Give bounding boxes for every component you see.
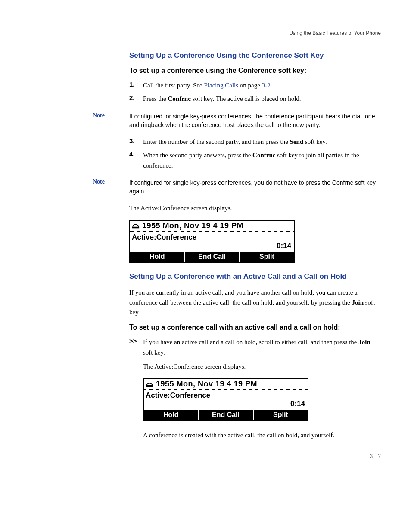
header-rule <box>30 39 381 39</box>
section-heading: Setting Up a Conference Using the Confer… <box>129 51 381 60</box>
page: Using the Basic Features of Your Phone S… <box>0 0 411 477</box>
phone-datetime: 1955 Mon, Nov 19 4 19 PM <box>142 221 243 230</box>
softkey-name: Confrnc <box>168 95 191 102</box>
step-text: Press the Confrnc soft key. The active c… <box>143 94 381 104</box>
step-arrow-icon: >> <box>129 337 143 358</box>
step-item: 4. When the second party answers, press … <box>129 150 381 171</box>
phone-status-line: Active:Conference <box>130 232 294 242</box>
closing-text: A conference is created with the active … <box>143 430 381 440</box>
softkey-name: Join <box>358 339 371 345</box>
running-title: Using the Basic Features of Your Phone <box>289 30 381 36</box>
step-text: Call the first party. See Placing Calls … <box>143 81 381 90</box>
text-fragment: Enter the number of the second party, an… <box>143 138 290 145</box>
note-block: Note If configured for single key-press … <box>93 178 381 196</box>
note-text: If configured for single key-press confe… <box>129 178 381 196</box>
softkey-hold: Hold <box>130 252 185 262</box>
note-block: Note If configured for single key-press … <box>93 112 381 130</box>
step-text: When the second party answers, press the… <box>143 150 381 171</box>
softkey-name: Confrnc <box>252 152 275 159</box>
text-fragment: soft key. <box>143 349 165 356</box>
procedure-list: 3. Enter the number of the second party,… <box>129 137 381 171</box>
result-text: The Active:Conference screen displays. <box>129 203 381 213</box>
softkey-name: Join <box>352 299 364 306</box>
text-fragment: When the second party answers, press the <box>143 152 252 159</box>
step-item: 3. Enter the number of the second party,… <box>129 137 381 147</box>
phone-softkey-bar: Hold End Call Split <box>130 252 294 262</box>
step-text: If you have an active call and a call on… <box>143 337 381 358</box>
softkey-split: Split <box>240 252 294 262</box>
phone-datetime: 1955 Mon, Nov 19 4 19 PM <box>156 380 257 389</box>
softkey-endcall: End Call <box>185 252 240 262</box>
svg-rect-0 <box>132 227 139 229</box>
step-text: Enter the number of the second party, an… <box>143 137 381 147</box>
step-number: 2. <box>129 94 143 104</box>
cross-reference-link[interactable]: Placing Calls <box>204 82 239 89</box>
running-header: Using the Basic Features of Your Phone <box>30 30 381 36</box>
softkey-hold: Hold <box>144 410 199 420</box>
body-paragraph: If you are currently in an active call, … <box>129 288 381 318</box>
text-fragment: . <box>271 82 272 89</box>
phone-handset-icon <box>132 222 140 229</box>
softkey-name: Send <box>290 138 304 145</box>
phone-screen: 1955 Mon, Nov 19 4 19 PM Active:Conferen… <box>129 220 295 263</box>
text-fragment: Press the <box>143 95 168 102</box>
step-number: 1. <box>129 81 143 90</box>
text-fragment: If you are currently in an active call, … <box>129 289 358 306</box>
phone-status-line: Active:Conference <box>144 390 308 400</box>
softkey-endcall: End Call <box>199 410 253 420</box>
step-number: 4. <box>129 150 143 171</box>
content-area: Setting Up a Conference Using the Confer… <box>129 51 381 440</box>
arrow-step: >> If you have an active call and a call… <box>129 337 381 358</box>
svg-rect-1 <box>146 385 153 387</box>
procedure-heading: To set up a conference call with an acti… <box>129 324 381 331</box>
text-fragment: on page <box>238 82 262 89</box>
result-text: The Active:Conference screen displays. <box>143 362 381 372</box>
text-fragment: soft key. The active call is placed on h… <box>191 95 301 102</box>
section-heading: Setting Up a Conference with an Active C… <box>129 272 381 281</box>
step-item: 1. Call the first party. See Placing Cal… <box>129 81 381 90</box>
step-number: 3. <box>129 137 143 147</box>
note-label: Note <box>93 112 129 130</box>
note-text: If configured for single key-press confe… <box>129 112 381 130</box>
text-fragment: Call the first party. See <box>143 82 204 89</box>
phone-call-timer: 0:14 <box>144 400 308 410</box>
page-reference-link[interactable]: 3-2 <box>262 82 271 89</box>
phone-topbar: 1955 Mon, Nov 19 4 19 PM <box>130 221 294 232</box>
procedure-heading: To set up a conference using the Confere… <box>129 67 381 75</box>
phone-screen: 1955 Mon, Nov 19 4 19 PM Active:Conferen… <box>143 378 308 421</box>
phone-handset-icon <box>146 381 153 388</box>
text-fragment: If you have an active call and a call on… <box>143 339 358 345</box>
text-fragment: soft key. <box>303 138 327 145</box>
phone-topbar: 1955 Mon, Nov 19 4 19 PM <box>144 379 308 390</box>
note-label: Note <box>93 178 129 196</box>
phone-call-timer: 0:14 <box>130 242 294 252</box>
phone-softkey-bar: Hold End Call Split <box>144 410 308 420</box>
softkey-split: Split <box>254 410 308 420</box>
step-item: 2. Press the Confrnc soft key. The activ… <box>129 94 381 104</box>
page-number: 3 - 7 <box>30 453 381 460</box>
procedure-list: 1. Call the first party. See Placing Cal… <box>129 81 381 104</box>
